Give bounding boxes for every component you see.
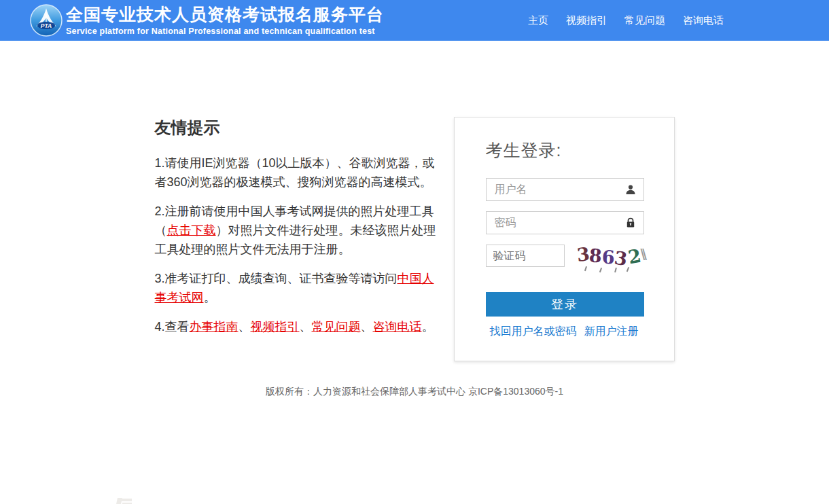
captcha-digit: 8 — [588, 246, 603, 265]
captcha-digit: 3 — [613, 249, 628, 268]
nav-phone[interactable]: 咨询电话 — [683, 14, 724, 27]
phone-link[interactable]: 咨询电话 — [373, 320, 422, 334]
password-input[interactable] — [486, 211, 644, 234]
site-title-block: 全国专业技术人员资格考试报名服务平台 Service platform for … — [66, 5, 384, 37]
captcha-noise-tick — [626, 267, 629, 272]
register-link[interactable]: 新用户注册 — [584, 325, 639, 339]
captcha-image[interactable]: 3 8 6 3 2 \\ — [577, 245, 644, 272]
tip-3-text-post: 。 — [204, 291, 216, 304]
tip-3-text-pre: 3.准考证打印、成绩查询、证书查验等请访问 — [155, 272, 398, 285]
tip-4-text-pre: 4.查看 — [155, 320, 190, 334]
captcha-noise-tick — [584, 266, 586, 271]
password-field-wrap — [486, 211, 643, 234]
tip-4: 4.查看办事指南、视频指引、常见问题、咨询电话。 — [155, 317, 440, 336]
tip-2: 2.注册前请使用中国人事考试网提供的照片处理工具（点击下载）对照片文件进行处理。… — [155, 202, 440, 259]
username-field-wrap — [486, 178, 643, 201]
login-button[interactable]: 登录 — [486, 292, 644, 317]
site-subtitle: Service platform for National Profession… — [66, 26, 384, 36]
service-guide-link[interactable]: 办事指南 — [190, 320, 239, 334]
pta-logo-text: PTA — [41, 22, 52, 29]
tip-4-sep-1: 、 — [239, 320, 251, 334]
login-card: 考生登录: — [454, 117, 675, 361]
copyright-text: 版权所有：人力资源和社会保障部人事考试中心 京ICP备13013060号-1 — [266, 386, 563, 397]
user-icon — [625, 184, 636, 195]
login-heading: 考生登录: — [486, 139, 643, 162]
tip-1: 1.请使用IE浏览器（10以上版本）、谷歌浏览器，或者360浏览器的极速模式、搜… — [155, 154, 440, 192]
captcha-noise-tick — [614, 268, 616, 272]
partial-clipped-icon — [117, 497, 133, 504]
captcha-noise-marks: \\ — [640, 247, 643, 263]
forgot-credentials-link[interactable]: 找回用户名或密码 — [490, 325, 577, 339]
video-guide-link[interactable]: 视频指引 — [251, 320, 300, 334]
tips-heading: 友情提示 — [155, 117, 440, 139]
captcha-noise-tick — [599, 268, 601, 272]
captcha-row: 3 8 6 3 2 \\ — [486, 245, 643, 272]
faq-link[interactable]: 常见问题 — [312, 320, 361, 334]
username-input[interactable] — [486, 178, 644, 201]
lock-icon — [625, 217, 636, 228]
login-links-row: 找回用户名或密码 新用户注册 — [486, 325, 643, 339]
download-photo-tool-link[interactable]: 点击下载 — [167, 223, 216, 237]
tip-4-text-post: 。 — [422, 320, 434, 334]
nav-home[interactable]: 主页 — [528, 14, 548, 27]
main-content: 友情提示 1.请使用IE浏览器（10以上版本）、谷歌浏览器，或者360浏览器的极… — [155, 117, 675, 361]
site-title: 全国专业技术人员资格考试报名服务平台 — [66, 5, 384, 24]
pta-logo-icon: PTA — [30, 4, 63, 37]
tip-1-text: 1.请使用IE浏览器（10以上版本）、谷歌浏览器，或者360浏览器的极速模式、搜… — [155, 156, 435, 189]
tip-4-sep-2: 、 — [300, 320, 312, 334]
friendly-tips-section: 友情提示 1.请使用IE浏览器（10以上版本）、谷歌浏览器，或者360浏览器的极… — [155, 117, 440, 361]
nav-video-guide[interactable]: 视频指引 — [566, 14, 607, 27]
nav-faq[interactable]: 常见问题 — [624, 14, 665, 27]
top-header: PTA 全国专业技术人员资格考试报名服务平台 Service platform … — [0, 0, 829, 41]
pta-logo[interactable]: PTA — [30, 4, 63, 37]
page-footer: 版权所有：人力资源和社会保障部人事考试中心 京ICP备13013060号-1 — [0, 386, 829, 398]
top-nav: 主页 视频指引 常见问题 咨询电话 — [528, 14, 724, 27]
tip-3: 3.准考证打印、成绩查询、证书查验等请访问中国人事考试网。 — [155, 269, 440, 307]
captcha-input[interactable] — [486, 245, 565, 267]
tip-4-sep-3: 、 — [361, 320, 373, 334]
